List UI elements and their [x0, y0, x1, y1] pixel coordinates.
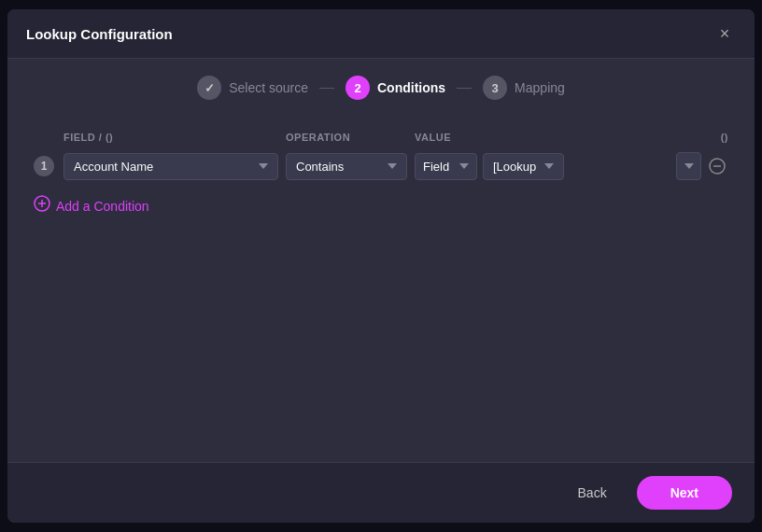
step-separator-1 — [319, 88, 334, 89]
add-icon — [34, 195, 50, 217]
value-ref-select[interactable]: [Lookup / Search Text] — [483, 153, 564, 180]
conditions-header: FIELD / () OPERATION VALUE () — [30, 132, 732, 143]
plus-circle-icon — [34, 195, 50, 212]
col-header-field: FIELD / () — [64, 132, 278, 143]
add-condition-label: Add a Condition — [56, 199, 149, 214]
back-button[interactable]: Back — [559, 478, 626, 508]
minus-circle-icon — [709, 158, 726, 175]
modal-title: Lookup Configuration — [26, 26, 173, 42]
value-type-select[interactable]: Field Value — [415, 153, 477, 180]
value-group: Field Value [Lookup / Search Text] — [415, 153, 564, 180]
operation-select[interactable]: Contains Equals Starts With Ends With — [286, 153, 407, 180]
col-header-operation: OPERATION — [286, 132, 407, 143]
col-header-value: VALUE — [415, 132, 564, 143]
next-button[interactable]: Next — [637, 476, 732, 510]
add-condition-button[interactable]: Add a Condition — [30, 191, 153, 220]
col-header-actions: () — [676, 132, 728, 143]
check-icon: ✓ — [205, 81, 215, 95]
step-label-conditions: Conditions — [377, 80, 445, 95]
step-separator-2 — [457, 88, 472, 89]
remove-condition-button[interactable] — [705, 154, 728, 178]
step-circle-conditions: 2 — [346, 76, 370, 100]
field-select[interactable]: Account Name — [64, 153, 278, 180]
actions-group — [676, 152, 728, 180]
modal-header: Lookup Configuration × — [7, 9, 755, 59]
modal-content: FIELD / () OPERATION VALUE () 1 Account … — [7, 117, 755, 462]
down-button[interactable] — [676, 152, 701, 180]
step-circle-select-source: ✓ — [197, 76, 221, 100]
modal: Lookup Configuration × ✓ Select source 2… — [7, 9, 755, 523]
modal-overlay: Lookup Configuration × ✓ Select source 2… — [0, 0, 762, 532]
row-number: 1 — [34, 156, 54, 176]
step-conditions: 2 Conditions — [346, 76, 445, 100]
close-button[interactable]: × — [713, 22, 736, 45]
step-select-source: ✓ Select source — [197, 76, 308, 100]
step-label-select-source: Select source — [229, 80, 308, 95]
condition-row: 1 Account Name Contains Equals Starts Wi… — [30, 152, 732, 180]
chevron-down-icon — [684, 163, 694, 169]
step-circle-mapping: 3 — [483, 76, 507, 100]
stepper: ✓ Select source 2 Conditions 3 Mapping — [7, 59, 755, 117]
step-label-mapping: Mapping — [515, 80, 565, 95]
modal-footer: Back Next — [7, 462, 755, 523]
step-mapping: 3 Mapping — [483, 76, 565, 100]
